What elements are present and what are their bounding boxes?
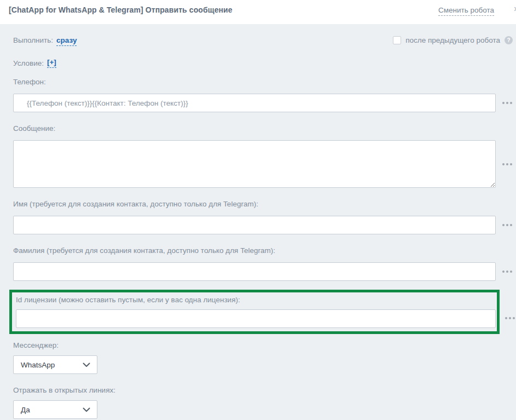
messenger-select-value: WhatsApp [21,361,55,369]
phone-input[interactable] [13,94,496,112]
robot-settings-panel: Выполнить:сразу после предыдущего робота… [0,24,516,420]
after-previous-robot-checkbox[interactable] [393,36,401,44]
phone-ellipsis-menu-button[interactable] [501,100,513,106]
messenger-select[interactable]: WhatsApp [13,355,97,374]
execution-left: Выполнить:сразу [13,35,77,45]
dot-icon [502,271,505,273]
dot-icon [510,271,512,273]
open-lines-select[interactable]: Да [13,400,97,419]
last-name-label: Фамилия (требуется для создания контакта… [13,246,513,255]
dot-icon [513,317,515,319]
license-id-ellipsis-menu-button[interactable] [504,315,516,321]
first-name-label: Имя (требуется для создания контакта, до… [13,200,513,208]
help-icon[interactable]: ? [505,36,513,44]
dot-icon [506,102,508,104]
last-name-field-group: Фамилия (требуется для создания контакта… [13,246,513,281]
execution-row: Выполнить:сразу после предыдущего робота… [13,35,513,45]
license-id-highlight-box: Id лицензии (можно оставить пустым, если… [9,290,500,334]
license-id-label: Id лицензии (можно оставить пустым, если… [16,296,494,304]
dot-icon [510,224,512,226]
dot-icon [506,163,508,165]
dot-icon [510,102,512,104]
message-textarea[interactable] [13,140,496,188]
first-name-field-group: Имя (требуется для создания контакта, до… [13,200,513,234]
last-name-ellipsis-menu-button[interactable] [501,268,513,275]
open-lines-field-group: Отражать в открытых линиях: Да [13,386,513,419]
message-label: Сообщение: [13,124,513,133]
last-name-input[interactable] [13,262,496,281]
dot-icon [506,224,508,226]
dot-icon [502,102,505,104]
execution-right: после предыдущего робота ? [393,36,513,44]
messenger-label: Мессенджер: [13,341,513,349]
dot-icon [502,163,505,165]
dot-icon [509,317,511,319]
condition-label: Условие: [13,59,44,67]
phone-field-group: Телефон: [13,78,513,112]
after-previous-robot-label: после предыдущего робота [405,36,500,44]
messenger-field-group: Мессенджер: WhatsApp [13,341,513,374]
first-name-ellipsis-menu-button[interactable] [501,222,513,228]
condition-row: Условие:[+] [13,58,513,68]
dot-icon [505,317,507,319]
first-name-input[interactable] [13,216,496,234]
change-robot-link[interactable]: Сменить робота [438,6,494,16]
chevron-down-icon [83,363,90,367]
dot-icon [506,271,508,273]
execution-timing-link[interactable]: сразу [56,36,77,46]
license-id-input[interactable] [16,309,496,328]
execution-label: Выполнить: [13,36,53,44]
dot-icon [502,224,505,226]
open-lines-select-value: Да [21,406,30,414]
open-lines-label: Отражать в открытых линиях: [13,386,513,394]
dot-icon [510,163,512,165]
chevron-down-icon [83,407,90,412]
condition-add-link[interactable]: [+] [47,58,56,68]
dialog-title: [ChatApp for WhatsApp & Telegram] Отправ… [9,5,233,14]
phone-label: Телефон: [13,78,513,86]
message-field-group: Сообщение: [13,124,513,188]
message-ellipsis-menu-button[interactable] [501,161,513,168]
license-id-field-group: Id лицензии (можно оставить пустым, если… [13,290,513,334]
close-icon[interactable]: × [514,5,516,14]
dialog-header: [ChatApp for WhatsApp & Telegram] Отправ… [0,0,516,24]
